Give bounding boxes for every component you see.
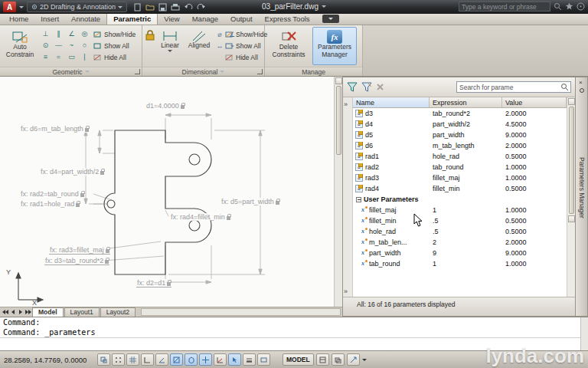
symmetric-constraint-icon[interactable]: ▭ <box>66 52 77 61</box>
expand-filters-top-button[interactable]: » <box>344 100 348 108</box>
grid-toggle[interactable] <box>126 353 139 366</box>
parameter-search-input[interactable] <box>456 81 571 93</box>
table-row[interactable]: ad6 m_tab_length 2.0000 <box>353 140 567 151</box>
help-search-input[interactable] <box>459 2 550 12</box>
constraint-label-d6[interactable]: fx: d6=m_tab_length <box>20 125 90 133</box>
3dosnap-toggle[interactable] <box>185 353 198 366</box>
app-menu-arrow-icon[interactable] <box>19 6 24 8</box>
delete-constraints-button[interactable]: Delete Constraints <box>268 28 309 59</box>
tab-layout1[interactable]: Layout1 <box>64 307 100 317</box>
dyn-toggle[interactable] <box>228 353 241 366</box>
concentric-constraint-icon[interactable]: ◎ <box>79 29 90 38</box>
table-row[interactable]: xtab_round 1 1.0000 <box>353 258 567 269</box>
expand-filters-bottom-button[interactable]: » <box>344 288 348 295</box>
workspace-switcher[interactable]: 2D Drafting & Annotation <box>27 2 127 12</box>
ortho-toggle[interactable] <box>141 353 154 366</box>
palette-scrollbar[interactable] <box>567 97 575 298</box>
quick-view-layouts-icon[interactable] <box>316 353 329 366</box>
filter-funnel-icon[interactable] <box>347 82 358 92</box>
tab-model[interactable]: Model <box>32 307 64 317</box>
angle-constraint-icon[interactable]: ∠ <box>66 29 77 38</box>
model-space-button[interactable]: MODEL <box>283 353 314 366</box>
redo-icon[interactable] <box>197 3 206 12</box>
tab-view[interactable]: View <box>158 14 185 25</box>
dimensional-show-hide-button[interactable]: Show/Hide <box>225 29 267 39</box>
group-header-user-parameters[interactable]: User Parameters <box>353 194 567 205</box>
otrack-toggle[interactable] <box>199 353 212 366</box>
drawing-canvas[interactable]: d1=4.0000 fx: d6=m_tab_length fx: d4=par… <box>0 77 334 307</box>
geometric-show-hide-button[interactable]: Show/Hide <box>93 29 136 39</box>
search-icon[interactable] <box>554 2 562 11</box>
tab-layout2[interactable]: Layout2 <box>100 307 136 317</box>
parallel-constraint-icon[interactable]: ∥ <box>53 29 64 38</box>
geometric-hide-all-button[interactable]: Hide All <box>93 52 136 62</box>
coincident-constraint-icon[interactable]: ○ <box>79 41 90 50</box>
horizontal-constraint-icon[interactable]: — <box>53 41 64 50</box>
new-file-icon[interactable] <box>133 3 142 12</box>
table-row[interactable]: ad4 part_width/2 4.5000 <box>353 119 567 130</box>
table-row[interactable]: arad4 fillet_min 0.5000 <box>353 183 567 194</box>
autocad-logo-icon[interactable]: A <box>3 2 16 12</box>
horizontal-dimension-icon[interactable]: ↔ <box>214 41 225 51</box>
auto-hide-icon[interactable] <box>580 88 584 93</box>
scroll-up-button[interactable] <box>568 98 575 105</box>
last-layout-button[interactable] <box>24 308 32 316</box>
close-palette-icon[interactable]: × <box>579 79 583 86</box>
filter-fx-icon[interactable] <box>361 82 372 92</box>
dimensional-hide-all-button[interactable]: Hide All <box>225 52 267 62</box>
table-row[interactable]: ad3 tab_round*2 2.0000 <box>353 108 567 119</box>
dimensional-dialog-launcher[interactable] <box>257 69 263 74</box>
padlock-icon[interactable] <box>145 30 155 41</box>
constraint-label-d1[interactable]: d1=4.0000 <box>145 102 185 110</box>
first-layout-button[interactable] <box>2 308 9 316</box>
tab-express-tools[interactable]: Express Tools <box>259 14 316 25</box>
auto-constrain-button[interactable]: Auto Constrain <box>2 28 38 59</box>
tab-output[interactable]: Output <box>224 14 259 25</box>
tab-insert[interactable]: Insert <box>34 14 65 25</box>
table-row[interactable]: xhole_rad .5 0.5000 <box>353 226 567 237</box>
tab-parametric[interactable]: Parametric <box>106 13 158 25</box>
tab-home[interactable]: Home <box>3 14 34 25</box>
search-icon[interactable] <box>560 83 569 91</box>
diameter-dimension-icon[interactable]: ⌀ <box>214 30 225 39</box>
delete-filter-icon[interactable] <box>376 83 384 91</box>
table-row[interactable]: xfillet_maj 1 1.0000 <box>353 205 567 215</box>
smooth-constraint-icon[interactable]: ~ <box>66 41 77 50</box>
collapse-group-icon[interactable] <box>356 197 361 202</box>
table-row[interactable]: arad3 fillet_maj 1.0000 <box>353 172 567 183</box>
scroll-up-button[interactable] <box>335 77 342 84</box>
column-header-value[interactable]: Value <box>502 97 567 107</box>
tangent-constraint-icon[interactable]: ⊙ <box>40 41 51 50</box>
chevron-down-icon[interactable] <box>322 5 326 8</box>
perpendicular-constraint-icon[interactable]: ⊥ <box>40 29 51 38</box>
quick-view-drawings-icon[interactable] <box>332 353 345 366</box>
lwt-toggle[interactable] <box>243 353 256 366</box>
tab-manage[interactable]: Manage <box>186 14 224 25</box>
canvas-horizontal-scrollbar[interactable] <box>141 308 341 316</box>
dimensional-show-all-button[interactable]: Show All <box>225 41 267 51</box>
table-row[interactable]: xfillet_min .5 0.5000 <box>353 215 567 226</box>
constraint-label-rad4[interactable]: fx: rad4=fillet_min <box>170 213 231 221</box>
table-row[interactable]: xm_tab_len... 2 2.0000 <box>353 237 567 248</box>
palette-title-strip[interactable]: × Parameters Manager <box>576 77 588 317</box>
table-row[interactable]: xpart_width 9 9.0000 <box>353 248 567 258</box>
column-header-name[interactable]: Name <box>353 97 430 107</box>
constraint-label-d5[interactable]: fx: d5=part_width <box>220 198 280 205</box>
geometric-dialog-launcher[interactable] <box>135 69 140 74</box>
column-header-expression[interactable]: Expression <box>430 97 502 107</box>
table-row[interactable]: ad5 part_width 9.0000 <box>353 130 567 140</box>
star-icon[interactable] <box>565 2 573 11</box>
coordinate-readout[interactable]: 28.2589, 14.7769, 0.0000 <box>4 356 96 364</box>
parameters-manager-button[interactable]: fx Parameters Manager <box>312 27 357 65</box>
prev-layout-button[interactable] <box>9 308 17 316</box>
ribbon-minimize-button[interactable] <box>322 15 339 23</box>
constraint-label-d4[interactable]: fx: d4=part_width/2 <box>40 168 105 176</box>
help-icon[interactable] <box>577 2 585 11</box>
geometric-panel-label[interactable]: Geometric <box>0 67 142 76</box>
linear-dimension-button[interactable]: Linear <box>157 28 183 52</box>
aligned-dimension-button[interactable]: Aligned <box>185 28 213 50</box>
constraint-label-rad1[interactable]: fx: rad1=hole_rad <box>20 200 80 208</box>
canvas-vertical-scrollbar[interactable] <box>334 77 342 307</box>
geometric-show-all-button[interactable]: Show All <box>93 41 136 51</box>
manage-panel-label[interactable]: Manage <box>265 67 362 76</box>
